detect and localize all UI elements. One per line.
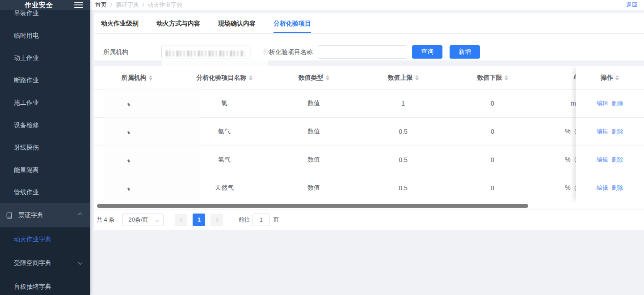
sidebar-item-dongtu[interactable]: 动土作业 (0, 47, 90, 69)
sidebar-item-duanlu[interactable]: 断路作业 (0, 69, 90, 91)
horizontal-scrollbar-thumb[interactable] (97, 204, 528, 208)
cell-upper-limit: 0.5 (358, 146, 448, 174)
cell-upper-limit: 0.5 (358, 118, 448, 145)
filter-card: 动火作业级别 动火方式与内容 现场确认内容 分析化验项目 所属机构 分析化验项目… (94, 13, 644, 60)
cell-lower-limit: 0 (448, 146, 537, 174)
chevron-up-icon (78, 213, 83, 217)
sidebar-item-shebeijianxiu[interactable]: 设备检修 (0, 114, 90, 136)
breadcrumb-piaozhengzidian[interactable]: 票证字典 (116, 1, 139, 9)
cell-org-redacted (94, 118, 180, 145)
sidebar-item-diaozhuang[interactable]: 吊装作业 (0, 10, 90, 24)
page-unit-label: 页 (273, 216, 279, 224)
col-header-label: 数值上限 (388, 74, 413, 82)
table-header-row: 所属机构 分析化验项目名称 数值类型 数值上限 数值下限 单位 (94, 66, 644, 90)
back-link[interactable]: 返回 (626, 1, 638, 9)
tab-donghuofangshi[interactable]: 动火方式与内容 (156, 13, 200, 33)
breadcrumb-separator: / (143, 2, 144, 9)
operation-cell: 编辑删除 (576, 118, 644, 146)
goto-page-input[interactable] (253, 214, 269, 226)
breadcrumb-separator: / (110, 2, 112, 9)
sidebar: 作业安全 吊装作业 临时用电 动土作业 断路作业 施工作业 设备检修 射线探伤 … (0, 0, 90, 295)
page-size-select[interactable]: 20条/页 (122, 214, 164, 226)
edit-link[interactable]: 编辑 (597, 128, 608, 136)
cell-value-type: 数值 (269, 174, 358, 202)
next-page-button[interactable] (210, 214, 223, 226)
page-size-value: 20条/页 (128, 216, 148, 224)
col-header-item-name[interactable]: 分析化验项目名称 (180, 66, 269, 89)
sidebar-item-linshiyongdian[interactable]: 临时用电 (0, 24, 90, 47)
sidebar-item-mangbanchoudu[interactable]: 盲板抽堵字典 (0, 275, 90, 295)
sort-icon (249, 75, 253, 81)
delete-link[interactable]: 删除 (612, 99, 623, 107)
chevron-down-icon (78, 260, 83, 265)
cell-item-name: 天然气 (180, 174, 269, 202)
col-header-lower-limit[interactable]: 数值下限 (448, 66, 537, 89)
screen: 作业安全 吊装作业 临时用电 动土作业 断路作业 施工作业 设备检修 射线探伤 … (0, 0, 644, 295)
col-header-label: 数值下限 (477, 74, 502, 82)
add-button[interactable]: 新增 (450, 45, 480, 59)
table-card: 所属机构 分析化验项目名称 数值类型 数值上限 数值下限 单位 氯 数值 1 0… (94, 66, 644, 230)
cell-lower-limit: 0 (448, 90, 537, 117)
pagination: 共 4 条 20条/页 1 前往 页 (94, 209, 644, 230)
delete-link[interactable]: 删除 (612, 128, 623, 136)
page-number-1[interactable]: 1 (193, 214, 205, 226)
tab-donghuozuoyejibie[interactable]: 动火作业级别 (101, 13, 139, 33)
delete-link[interactable]: 删除 (612, 156, 623, 164)
cell-value-type: 数值 (269, 146, 358, 174)
sidebar-submenu: 动火作业字典 受限空间字典 盲板抽堵字典 (0, 227, 90, 295)
org-label: 所属机构 (103, 45, 161, 59)
query-button[interactable]: 查询 (412, 45, 442, 59)
cell-item-name: 氢气 (180, 146, 269, 174)
sidebar-item-donghuozidian[interactable]: 动火作业字典 (0, 227, 90, 251)
cell-value-type: 数值 (269, 90, 358, 117)
edit-link[interactable]: 编辑 (597, 184, 608, 192)
sidebar-section-label: 票证字典 (18, 211, 43, 219)
item-name-input[interactable] (318, 45, 407, 59)
sidebar-section-piaozhengzidian[interactable]: 票证字典 (0, 203, 90, 227)
sidebar-menu: 吊装作业 临时用电 动土作业 断路作业 施工作业 设备检修 射线探伤 能量隔离 … (0, 10, 90, 295)
breadcrumb-home[interactable]: 首页 (95, 1, 107, 9)
col-header-label: 数值类型 (299, 74, 324, 82)
pagination-total: 共 4 条 (97, 216, 114, 224)
app-title: 作业安全 (0, 1, 53, 9)
cell-org-redacted (94, 90, 180, 117)
sidebar-item-shouxiankongjian[interactable]: 受限空间字典 (0, 251, 90, 275)
horizontal-scrollbar (94, 202, 644, 209)
sidebar-item-guanxian[interactable]: 管线作业 (0, 181, 90, 203)
hamburger-menu-icon[interactable] (74, 2, 83, 8)
sidebar-item-shexiantanshang[interactable]: 射线探伤 (0, 136, 90, 158)
edit-link[interactable]: 编辑 (597, 156, 608, 164)
sort-icon (326, 75, 329, 81)
cell-upper-limit: 1 (358, 90, 448, 117)
col-header-value-type[interactable]: 数值类型 (269, 66, 358, 89)
breadcrumb-donghuozidian[interactable]: 动火作业字典 (147, 1, 182, 9)
cell-value-type: 数值 (269, 118, 358, 145)
prev-page-button[interactable] (175, 214, 187, 226)
operation-cell: 编辑删除 (576, 174, 644, 202)
tab-xianchangqueren[interactable]: 现场确认内容 (218, 13, 256, 33)
sort-icon (505, 75, 508, 81)
col-header-org[interactable]: 所属机构 (94, 66, 180, 89)
chevron-left-icon (180, 218, 184, 221)
cell-lower-limit: 0 (448, 118, 537, 145)
org-input[interactable] (161, 45, 251, 59)
col-header-upper-limit[interactable]: 数值上限 (358, 66, 448, 89)
sidebar-item-nengliangge-li[interactable]: 能量隔离 (0, 158, 90, 181)
cell-upper-limit: 0.5 (358, 174, 448, 202)
sidebar-item-shigong[interactable]: 施工作业 (0, 91, 90, 114)
chevron-down-icon (156, 218, 159, 222)
fixed-operation-column: 操作 编辑删除 编辑删除 编辑删除 编辑删除 (576, 66, 644, 202)
cell-lower-limit: 0 (448, 174, 537, 202)
cell-item-name: 氯 (180, 90, 269, 117)
chevron-right-icon (215, 218, 218, 221)
edit-link[interactable]: 编辑 (597, 99, 608, 107)
table-row: 天然气 数值 0.5 0 %（LEL） (94, 174, 644, 202)
tab-fenxihuayanxiangmu[interactable]: 分析化验项目 (274, 13, 311, 33)
item-name-label: 分析化验项目名称 (263, 45, 316, 59)
col-header-label: 所属机构 (122, 74, 147, 82)
goto-label: 前往 (238, 216, 250, 224)
sidebar-item-label: 受限空间字典 (14, 259, 51, 266)
table-row: 氯 数值 1 0 mg/m³ (94, 90, 644, 118)
delete-link[interactable]: 删除 (612, 184, 623, 192)
col-header-operation[interactable]: 操作 (576, 66, 644, 90)
